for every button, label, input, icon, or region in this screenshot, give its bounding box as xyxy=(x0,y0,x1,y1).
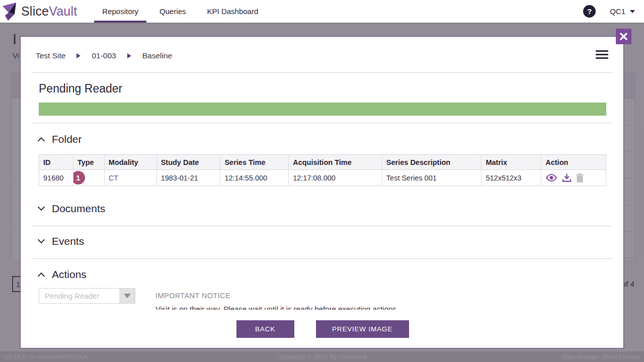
col-header-matrix: Matrix xyxy=(481,155,541,169)
status-select-arrow-button xyxy=(119,289,135,303)
preview-image-button[interactable]: PREVIEW IMAGE xyxy=(316,320,409,338)
section-actions-label: Actions xyxy=(52,268,87,281)
series-row: 91680 1 CT 1983-01-21 12:14:55.000 12:17… xyxy=(39,170,606,186)
col-header-modality: Modality xyxy=(105,155,157,169)
slicevault-logo-icon xyxy=(2,2,18,21)
visit-detail-modal: Test Site 01-003 Baseline Pending Reader… xyxy=(20,36,624,348)
col-header-id: ID xyxy=(39,155,73,169)
tab-queries-label: Queries xyxy=(159,7,186,16)
series-acquisition-time: 12:17:08.000 xyxy=(289,170,382,186)
close-button[interactable] xyxy=(616,29,631,44)
folder-table-header-row: ID Type Modality Study Date Series Time … xyxy=(39,155,606,170)
breadcrumb-arrow-icon xyxy=(127,53,131,58)
breadcrumb-subject[interactable]: 01-003 xyxy=(92,51,116,60)
col-header-type: Type xyxy=(73,155,105,169)
col-header-series-description: Series Description xyxy=(382,155,482,169)
col-header-acquisition-time: Acquisition Time xyxy=(289,155,382,169)
section-documents[interactable]: Documents xyxy=(39,203,105,215)
modal-menu-icon[interactable] xyxy=(596,50,608,61)
brand-name-vault: Vault xyxy=(49,4,77,18)
main-nav-tabs: Repository Queries KPI Dashboard xyxy=(94,0,271,23)
user-menu[interactable]: QC1 xyxy=(610,7,635,16)
section-folder-label: Folder xyxy=(52,133,82,145)
chevron-down-icon xyxy=(38,236,45,243)
col-header-series-time: Series Time xyxy=(220,155,289,169)
breadcrumb-arrow-icon xyxy=(76,53,80,58)
divider xyxy=(33,258,612,259)
top-navbar: SliceVault Repository Queries KPI Dashbo… xyxy=(0,0,644,23)
type-count-badge: 1 xyxy=(73,171,85,185)
chevron-down-icon xyxy=(630,10,635,13)
divider xyxy=(33,72,612,73)
help-icon-glyph: ? xyxy=(587,7,592,16)
breadcrumb-visit[interactable]: Baseline xyxy=(142,51,172,60)
eye-icon xyxy=(545,173,557,182)
app: I Vi 1 of 4 v3.16.0 on wn0sdwk0008AA Cop… xyxy=(0,0,644,362)
status-progress-bar xyxy=(39,103,606,116)
series-time: 12:14:55.000 xyxy=(220,170,289,186)
brand-logo[interactable]: SliceVault xyxy=(2,2,77,21)
important-notice-text: Visit is on their way. Please wait until… xyxy=(155,304,588,310)
modal-button-row: BACK PREVIEW IMAGE xyxy=(21,320,624,338)
close-icon xyxy=(619,32,628,41)
download-icon xyxy=(562,173,572,183)
col-header-study-date: Study Date xyxy=(157,155,221,169)
status-select-value: Pending Reader xyxy=(39,292,119,300)
series-modality-cell: CT xyxy=(105,170,157,186)
brand-name: SliceVault xyxy=(21,4,77,19)
important-notice-text-clipped: Visit is on their way. Please wait until… xyxy=(155,304,588,310)
modality-link[interactable]: CT xyxy=(109,174,118,182)
folder-table: ID Type Modality Study Date Series Time … xyxy=(39,154,606,186)
divider xyxy=(33,226,612,226)
breadcrumb-site[interactable]: Test Site xyxy=(36,51,65,60)
delete-series-button xyxy=(576,173,584,183)
status-select: Pending Reader xyxy=(39,288,135,304)
series-matrix: 512x512x3 xyxy=(481,170,541,186)
user-menu-label: QC1 xyxy=(610,7,625,16)
divider xyxy=(33,123,612,123)
series-study-date: 1983-01-21 xyxy=(157,170,221,186)
section-events-label: Events xyxy=(52,235,84,247)
section-documents-label: Documents xyxy=(52,203,105,215)
trash-icon xyxy=(576,173,584,183)
back-button[interactable]: BACK xyxy=(236,320,294,338)
navbar-right: ? QC1 xyxy=(583,5,635,18)
view-series-button[interactable] xyxy=(545,173,557,182)
download-series-button[interactable] xyxy=(562,173,572,183)
tab-kpi-dashboard[interactable]: KPI Dashboard xyxy=(199,0,267,23)
series-type-cell: 1 xyxy=(73,170,105,186)
help-icon[interactable]: ? xyxy=(583,5,596,18)
chevron-up-icon xyxy=(38,137,45,144)
series-id: 91680 xyxy=(39,170,73,186)
chevron-down-icon xyxy=(124,294,131,298)
chevron-up-icon xyxy=(38,273,45,280)
modal-title: Pending Reader xyxy=(39,82,122,96)
brand-name-slice: Slice xyxy=(21,4,49,18)
series-description: Test Series 001 xyxy=(382,170,482,186)
section-actions[interactable]: Actions xyxy=(39,268,87,281)
tab-repository-label: Repository xyxy=(102,7,138,16)
chevron-down-icon xyxy=(38,204,45,211)
breadcrumb: Test Site 01-003 Baseline xyxy=(36,50,172,61)
section-folder[interactable]: Folder xyxy=(39,133,82,145)
col-header-action: Action xyxy=(541,155,606,169)
tab-kpi-dashboard-label: KPI Dashboard xyxy=(207,7,259,16)
series-action-cell xyxy=(541,170,606,186)
important-notice-title: IMPORTANT NOTICE xyxy=(155,292,230,300)
tab-queries[interactable]: Queries xyxy=(151,0,194,23)
section-events[interactable]: Events xyxy=(39,235,84,247)
tab-repository[interactable]: Repository xyxy=(94,0,146,23)
